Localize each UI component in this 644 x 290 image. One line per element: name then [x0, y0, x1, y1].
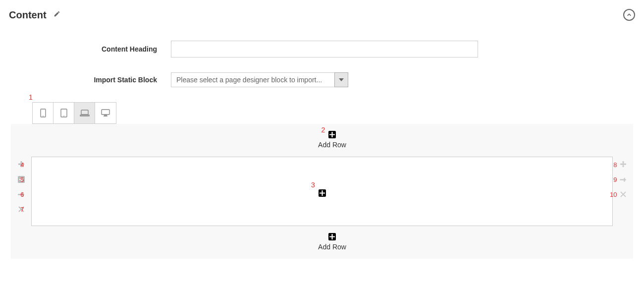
col-delete-button[interactable]: 10	[619, 190, 627, 198]
add-row-bottom[interactable]: Add Row	[31, 226, 633, 259]
col-settings-button[interactable]: 9	[619, 175, 627, 183]
annotation-4: 4	[15, 161, 24, 169]
move-handle[interactable]: 4	[17, 161, 25, 169]
add-content-icon[interactable]	[319, 189, 326, 197]
edit-icon[interactable]	[54, 10, 60, 19]
section-header: Content	[0, 0, 644, 26]
add-row-label: Add Row	[31, 243, 633, 251]
add-row-top[interactable]: 2 Add Row	[31, 124, 633, 157]
content-row: 4 5 6 7 3	[11, 157, 633, 226]
viewport-tablet-tab[interactable]	[54, 103, 74, 123]
add-row-label: Add Row	[31, 141, 633, 149]
annotation-6: 6	[15, 191, 24, 198]
add-row-icon	[328, 131, 336, 138]
content-heading-label: Content Heading	[0, 45, 171, 53]
settings-button[interactable]: 6	[17, 190, 25, 198]
section-title: Content	[9, 9, 47, 21]
viewport-laptop-tab[interactable]	[74, 103, 95, 123]
annotation-5: 5	[15, 176, 24, 183]
dropdown-arrow-icon[interactable]	[334, 72, 348, 87]
collapse-button[interactable]	[623, 9, 635, 21]
content-heading-input[interactable]	[171, 41, 478, 58]
delete-button[interactable]: 7	[17, 205, 25, 213]
import-static-block-select[interactable]: Please select a page designer block to i…	[171, 72, 348, 87]
add-element-button[interactable]: 5	[17, 175, 25, 183]
row-tools-right: 8 9 10	[613, 157, 633, 226]
add-row-icon	[328, 233, 336, 240]
viewport-desktop-tab[interactable]	[95, 103, 116, 123]
viewport-tabs	[32, 102, 116, 124]
annotation-1: 1	[29, 93, 33, 101]
row-content-area[interactable]: 3	[31, 157, 613, 226]
annotation-9: 9	[605, 176, 617, 183]
select-placeholder: Please select a page designer block to i…	[171, 72, 334, 87]
form-area: Content Heading Import Static Block Plea…	[0, 26, 644, 87]
annotation-8: 8	[605, 161, 617, 169]
svg-rect-4	[81, 110, 88, 115]
page-builder-editor: 1 2 Add Row	[0, 102, 644, 259]
import-static-block-row: Import Static Block Please select a page…	[0, 72, 644, 87]
col-move-handle[interactable]: 8	[619, 161, 627, 169]
svg-point-1	[43, 116, 44, 116]
svg-rect-5	[102, 110, 109, 115]
row-canvas: 2 Add Row 4 5 6	[11, 124, 633, 259]
annotation-3: 3	[311, 181, 315, 189]
row-tools-left: 4 5 6 7	[11, 157, 31, 226]
annotation-7: 7	[15, 206, 24, 213]
viewport-mobile-tab[interactable]	[33, 103, 54, 123]
import-static-block-label: Import Static Block	[0, 76, 171, 84]
annotation-2: 2	[322, 126, 325, 134]
annotation-10: 10	[605, 191, 617, 198]
content-heading-row: Content Heading	[0, 41, 644, 58]
svg-point-3	[63, 116, 64, 116]
